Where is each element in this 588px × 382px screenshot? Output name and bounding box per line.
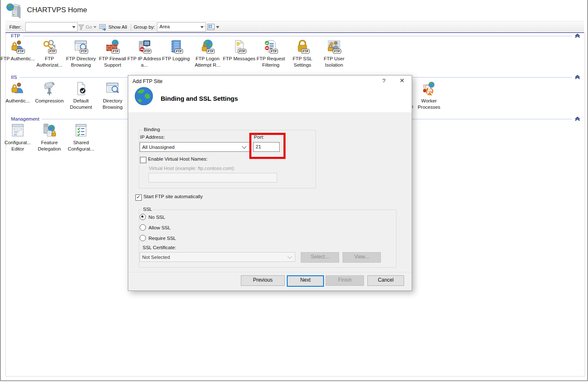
group-by-dropdown-icon[interactable] [200,22,204,32]
binding-legend: Binding [142,127,162,132]
radio-button-icon [140,214,146,220]
ip-address-value: All Unassigned [140,145,243,150]
start-ftp-label: Start FTP site automatically [143,194,202,199]
ssl-certificate-select: Not Selected [140,252,295,262]
radio-button-icon [140,235,146,241]
checklist-icon [73,123,89,138]
start-ftp-checkbox[interactable] [135,194,142,201]
section-title: Management [11,116,39,121]
chevron-down-icon [287,254,292,258]
section-title: IIS [11,75,17,80]
group-by-select[interactable]: Area [157,22,206,32]
brick-globe-icon: FTP [105,39,120,54]
collapse-chevron-up-icon[interactable] [575,117,580,121]
group-by-value: Area [159,24,170,29]
padlock-icon: FTP [295,39,310,54]
window-magnifier-icon: FTP [73,39,89,54]
radio-label: No SSL [148,215,165,220]
radio-require-ssl[interactable]: Require SSL [140,235,176,241]
ftp-badge: FTP [301,49,310,54]
feature-item-shared-configurat[interactable]: Shared Configurat... [62,123,100,152]
dialog-title: Add FTP Site [132,78,162,84]
doc-filter-icon: FTP [263,39,278,54]
computer-red-icon: FTP [137,39,152,54]
notebook-icon: FTP [168,39,183,54]
feature-item-ftp-user-isolation[interactable]: FTPFTP User Isolation [315,39,353,68]
ip-address-select[interactable]: All Unassigned [140,142,250,152]
radio-allow-ssl[interactable]: Allow SSL [140,224,170,231]
toolbar: Filter: Go Show All Group by: Area [5,21,584,33]
cancel-button[interactable]: Cancel [367,275,404,286]
filter-label: Filter: [9,22,22,32]
add-ftp-site-dialog: Add FTP Site ? ✕ Binding and SSL Setting… [128,75,412,291]
show-all-button[interactable]: Show All [108,22,127,32]
iis-server-icon [6,3,24,19]
help-button[interactable]: ? [380,78,388,85]
feature-delegation-icon [42,123,57,138]
port-label: Port: [254,135,264,140]
user-lock-icon: FTP [10,39,25,54]
collapse-chevron-up-icon[interactable] [575,75,580,79]
radio-button-icon [140,224,146,231]
close-icon[interactable]: ✕ [397,77,407,86]
ftp-badge: FTP [143,49,151,54]
radio-label: Allow SSL [148,225,170,230]
doc-lines-icon: FTP [232,39,247,54]
ssl-certificate-value: Not Selected [140,255,288,260]
previous-button[interactable]: Previous [241,275,285,286]
vhost-input [148,173,277,183]
collapse-chevron-up-icon[interactable] [575,34,580,38]
vhost-example-label: Virtual Host (example: ftp.contoso.com): [149,166,235,171]
go-button[interactable]: Go [86,22,92,32]
enable-vhost-label: Enable Virtual Host Names: [148,156,208,161]
filter-input[interactable] [25,22,78,32]
ssl-legend: SSL [141,207,154,212]
go-filter-icon [78,22,84,32]
go-dropdown-icon[interactable] [93,22,97,32]
ip-address-label: IP Address: [140,135,165,140]
ftp-badge: FTP [16,49,25,54]
port-input[interactable]: 21 [253,142,280,152]
users-lock-icon: FTP [326,39,342,54]
feature-item-label: Shared Configurat... [63,140,99,152]
radio-label: Require SSL [148,236,176,241]
ftp-badge: FTP [270,49,278,54]
view-certificate-button: View... [343,252,381,263]
finish-button: Finish [326,275,364,286]
view-layout-icon[interactable] [207,22,215,32]
feature-item-worker-processes[interactable]: Worker Processes [410,81,448,110]
ftp-badge: FTP [238,49,246,54]
dialog-heading: Binding and SSL Settings [161,95,238,102]
user-lock-icon [10,81,25,97]
globe-icon [134,86,154,106]
filter-dropdown-icon[interactable] [72,22,76,32]
view-dropdown-icon[interactable] [216,22,219,32]
next-button[interactable]: Next [287,275,324,287]
radio-no-ssl[interactable]: No SSL [140,214,165,220]
section-title: FTP [11,33,20,38]
feature-item-directory-browsing[interactable]: Directory Browsing [93,81,132,110]
group-by-label: Group by: [134,22,155,32]
dialog-footer-divider [128,272,412,272]
compression-clamp-icon [42,81,57,97]
feature-item-label: FTP User Isolation [316,56,352,68]
globe-lock-icon: FTP [200,39,215,54]
page-title: CHARTVPS Home [27,6,87,14]
ssl-certificate-label: SSL Certificate: [143,245,176,250]
feature-item-label: Worker Processes [411,98,447,110]
globe-recycle-icon [421,81,437,97]
feature-item-label: Directory Browsing [95,98,130,110]
toolbar-separator [131,24,131,30]
ftp-badge: FTP [48,49,57,54]
doc-check-icon [73,81,89,97]
section-header-ftp: FTP [11,33,580,38]
enable-vhost-checkbox[interactable] [140,157,146,163]
keys-icon: FTP [42,39,57,54]
ftp-badge: FTP [80,49,88,54]
ftp-badge: FTP [206,49,215,54]
section-items-ftp: FTPFTP Authentic...FTPFTP Authorizat...F… [0,39,588,74]
select-certificate-button: Select... [301,252,339,263]
ftp-badge: FTP [175,49,183,54]
config-editor-icon [10,123,25,138]
section-divider [23,36,572,36]
